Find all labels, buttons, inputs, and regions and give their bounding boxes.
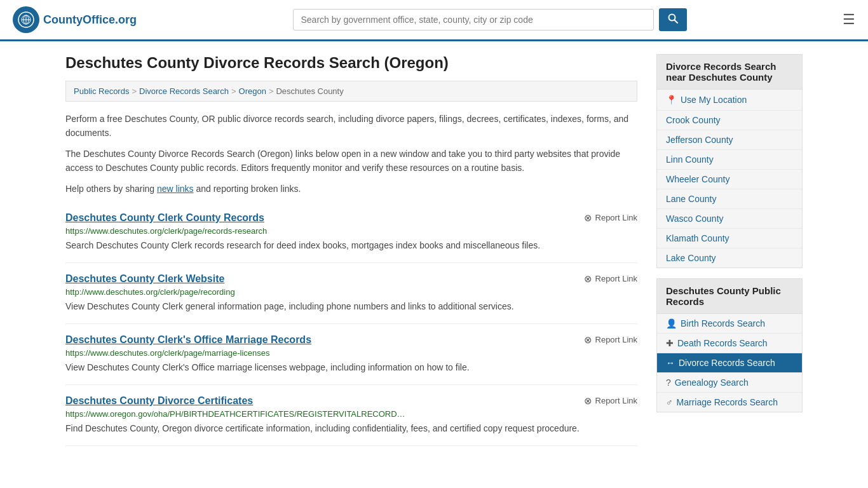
menu-button[interactable]: ☰ xyxy=(843,11,855,28)
result-title-3[interactable]: Deschutes County Divorce Certificates xyxy=(65,395,253,407)
nearby-county-4[interactable]: Lane County xyxy=(657,189,802,209)
nearby-county-3[interactable]: Wheeler County xyxy=(657,170,802,189)
pr-icon-2: ↔ xyxy=(666,358,675,368)
pin-icon: 📍 xyxy=(666,95,677,105)
nearby-county-6[interactable]: Klamath County xyxy=(657,229,802,248)
nearby-county-1[interactable]: Jefferson County xyxy=(657,130,802,150)
new-links-link[interactable]: new links xyxy=(157,184,194,194)
breadcrumb-deschutes: Deschutes County xyxy=(276,86,343,96)
breadcrumb-oregon[interactable]: Oregon xyxy=(239,86,266,96)
nearby-county-0[interactable]: Crook County xyxy=(657,111,802,130)
logo-text: CountyOffice.org xyxy=(43,13,137,27)
result-header: Deschutes County Clerk's Office Marriage… xyxy=(65,334,637,346)
pr-icon-1: ✚ xyxy=(666,338,674,348)
desc-para2: The Deschutes County Divorce Records Sea… xyxy=(65,147,637,175)
result-desc-0: Search Deschutes County Clerk records re… xyxy=(65,239,637,252)
result-url-2: https://www.deschutes.org/clerk/page/mar… xyxy=(65,348,637,358)
pr-icon-4: ♂ xyxy=(666,397,673,407)
result-card: Deschutes County Divorce Certificates ⊗ … xyxy=(65,385,637,446)
search-button[interactable] xyxy=(659,8,687,31)
result-desc-2: View Deschutes County Clerk's Office mar… xyxy=(65,361,637,374)
result-url-3: https://www.oregon.gov/oha/PH/BIRTHDEATH… xyxy=(65,409,637,419)
nearby-county-7[interactable]: Lake County xyxy=(657,248,802,268)
page-title: Deschutes County Divorce Records Search … xyxy=(65,54,637,72)
public-records-item-2[interactable]: ↔Divorce Records Search xyxy=(657,353,802,373)
public-records-box: Deschutes County Public Records 👤Birth R… xyxy=(656,278,803,412)
search-bar-area xyxy=(293,8,687,31)
nearby-header: Divorce Records Search near Deschutes Co… xyxy=(657,55,802,90)
public-records-item-3[interactable]: ?Genealogy Search xyxy=(657,373,802,393)
report-icon-2: ⊗ xyxy=(584,334,592,346)
breadcrumb-sep-1: > xyxy=(132,86,137,96)
result-title-0[interactable]: Deschutes County Clerk County Records xyxy=(65,212,264,224)
result-title-1[interactable]: Deschutes County Clerk Website xyxy=(65,273,224,285)
public-records-header: Deschutes County Public Records xyxy=(657,279,802,314)
breadcrumb-divorce-records[interactable]: Divorce Records Search xyxy=(139,86,229,96)
report-link-3[interactable]: ⊗ Report Link xyxy=(584,395,637,407)
desc-para3: Help others by sharing new links and rep… xyxy=(65,182,637,196)
report-icon-1: ⊗ xyxy=(584,273,592,285)
report-link-1[interactable]: ⊗ Report Link xyxy=(584,273,637,285)
result-url-0: https://www.deschutes.org/clerk/page/rec… xyxy=(65,226,637,236)
pr-icon-3: ? xyxy=(666,377,671,388)
result-header: Deschutes County Clerk Website ⊗ Report … xyxy=(65,273,637,285)
result-title-2[interactable]: Deschutes County Clerk's Office Marriage… xyxy=(65,334,311,346)
breadcrumb-sep-3: > xyxy=(269,86,274,96)
result-card: Deschutes County Clerk County Records ⊗ … xyxy=(65,202,637,263)
public-records-item-4[interactable]: ♂Marriage Records Search xyxy=(657,393,802,412)
content-area: Deschutes County Divorce Records Search … xyxy=(65,54,637,446)
report-icon-3: ⊗ xyxy=(584,395,592,407)
result-header: Deschutes County Clerk County Records ⊗ … xyxy=(65,212,637,224)
report-link-2[interactable]: ⊗ Report Link xyxy=(584,334,637,346)
results-list: Deschutes County Clerk County Records ⊗ … xyxy=(65,202,637,446)
result-header: Deschutes County Divorce Certificates ⊗ … xyxy=(65,395,637,407)
result-card: Deschutes County Clerk's Office Marriage… xyxy=(65,324,637,385)
header: CountyOffice.org ☰ xyxy=(0,0,868,41)
public-records-item-1[interactable]: ✚Death Records Search xyxy=(657,334,802,353)
nearby-county-2[interactable]: Linn County xyxy=(657,150,802,170)
report-link-0[interactable]: ⊗ Report Link xyxy=(584,212,637,224)
breadcrumb: Public Records > Divorce Records Search … xyxy=(65,81,637,102)
logo-icon xyxy=(13,6,39,33)
logo-area: CountyOffice.org xyxy=(13,6,137,33)
desc-para1: Perform a free Deschutes County, OR publ… xyxy=(65,112,637,140)
search-input[interactable] xyxy=(293,9,654,30)
search-icon xyxy=(668,13,678,24)
nearby-county-5[interactable]: Wasco County xyxy=(657,209,802,229)
report-icon-0: ⊗ xyxy=(584,212,592,224)
result-desc-1: View Deschutes County Clerk general info… xyxy=(65,300,637,313)
main-container: Deschutes County Divorce Records Search … xyxy=(53,41,815,459)
use-my-location[interactable]: 📍 Use My Location xyxy=(657,90,802,111)
public-records-item-0[interactable]: 👤Birth Records Search xyxy=(657,314,802,334)
public-records-list: 👤Birth Records Search✚Death Records Sear… xyxy=(657,314,802,412)
breadcrumb-public-records[interactable]: Public Records xyxy=(74,86,129,96)
pr-icon-0: 👤 xyxy=(666,318,677,329)
result-desc-3: Find Deschutes County, Oregon divorce ce… xyxy=(65,422,637,435)
result-url-1: http://www.deschutes.org/clerk/page/reco… xyxy=(65,287,637,297)
nearby-box: Divorce Records Search near Deschutes Co… xyxy=(656,54,803,268)
nearby-counties-list: Crook CountyJefferson CountyLinn CountyW… xyxy=(657,111,802,268)
breadcrumb-sep-2: > xyxy=(231,86,236,96)
sidebar: Divorce Records Search near Deschutes Co… xyxy=(656,54,803,446)
result-card: Deschutes County Clerk Website ⊗ Report … xyxy=(65,263,637,324)
